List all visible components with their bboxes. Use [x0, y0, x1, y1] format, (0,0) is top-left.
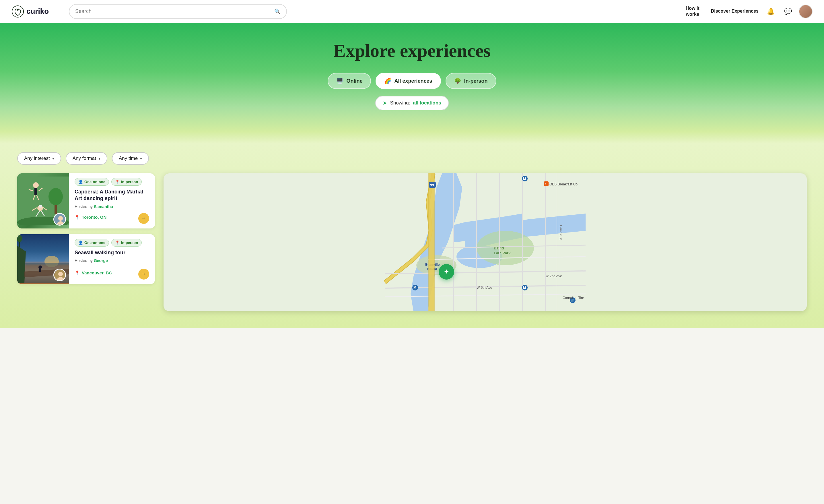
svg-text:Lam Park: Lam Park	[494, 251, 511, 255]
card-arrow-seawall[interactable]: →	[138, 269, 149, 280]
experience-card-capoeira[interactable]: 👤 One-on-one 📍 In-person Capoeria: A Dan…	[17, 173, 155, 228]
pin-icon-2: 📍	[115, 240, 120, 245]
nav-discover-experiences[interactable]: Discover Experiences	[711, 8, 758, 14]
tab-online-label: Online	[346, 78, 363, 84]
location-arrow-icon: ➤	[383, 100, 387, 106]
card-host-seawall: Hosted by George	[75, 258, 149, 263]
svg-rect-54	[429, 173, 434, 311]
card-title-capoeira: Capoeria: A Dancing Martial Art dancing …	[75, 189, 149, 202]
location-pin-icon-1: 📍	[75, 215, 80, 220]
svg-point-33	[477, 231, 534, 265]
svg-text:Canadian Tire: Canadian Tire	[562, 296, 584, 300]
map-container[interactable]: David Lam Park Granville Island	[164, 173, 807, 311]
location-pin-icon-2: 📍	[75, 270, 80, 276]
search-bar[interactable]: 🔍	[69, 4, 287, 19]
online-icon: 🖥️	[336, 78, 343, 84]
avatar-image	[799, 5, 812, 18]
card-body-capoeira: 👤 One-on-one 📍 In-person Capoeria: A Dan…	[69, 173, 155, 228]
notifications-button[interactable]: 🔔	[764, 5, 777, 18]
card-tags-seawall: 👤 One-on-one 📍 In-person	[75, 239, 149, 246]
pin-icon-1: 📍	[115, 180, 120, 184]
tag-in-person-1: 📍 In-person	[111, 178, 142, 186]
svg-point-6	[33, 182, 39, 188]
location-label: Showing:	[390, 100, 410, 106]
tab-all-label: All experiences	[394, 78, 432, 84]
svg-point-19	[58, 216, 63, 221]
chat-icon: 💬	[784, 8, 792, 15]
tab-in-person[interactable]: 🌳 In-person	[445, 73, 496, 89]
search-input[interactable]	[75, 8, 272, 14]
filter-interest[interactable]: Any interest ▾	[17, 152, 61, 165]
card-image-capoeira	[17, 173, 69, 228]
map-pin-icon: ✦	[443, 268, 449, 276]
chevron-down-icon-2: ▾	[98, 156, 100, 161]
svg-text:W 2nd Ave: W 2nd Ave	[545, 274, 562, 278]
bell-icon: 🔔	[767, 8, 775, 15]
card-location-seawall: 📍 Vancouver, BC	[75, 270, 112, 276]
svg-rect-7	[34, 188, 37, 195]
type-tabs: 🖥️ Online 🌈 All experiences 🌳 In-person	[11, 73, 813, 89]
navbar: curiko 🔍 How it works Discover Experienc…	[0, 0, 824, 23]
svg-text:M: M	[523, 177, 526, 181]
card-title-seawall: Seawall walking tour	[75, 249, 149, 256]
inperson-icon: 🌳	[454, 78, 461, 84]
svg-point-5	[48, 188, 63, 205]
logo-icon	[11, 5, 24, 18]
svg-point-26	[38, 266, 42, 269]
nav-links: How it works Discover Experiences	[686, 5, 758, 17]
host-avatar-card2	[54, 269, 66, 281]
svg-text:Cambie St: Cambie St	[559, 225, 562, 240]
tab-inperson-label: In-person	[464, 78, 488, 84]
messages-button[interactable]: 💬	[782, 5, 794, 18]
nav-icon-group: 🔔 💬	[764, 5, 813, 18]
svg-text:OEB Breakfast Co: OEB Breakfast Co	[549, 182, 578, 186]
map-column: David Lam Park Granville Island	[164, 173, 807, 311]
person-icon-2: 👤	[78, 240, 83, 245]
location-filter[interactable]: ➤ Showing: all locations	[375, 96, 448, 110]
card-location-capoeira: 📍 Toronto, ON	[75, 215, 106, 220]
svg-point-1	[17, 9, 19, 11]
main-content: Any interest ▾ Any format ▾ Any time ▾	[0, 143, 824, 328]
svg-text:W 6th Ave: W 6th Ave	[477, 286, 492, 290]
tag-one-on-one-1: 👤 One-on-one	[75, 178, 109, 186]
filter-format[interactable]: Any format ▾	[66, 152, 107, 165]
card-host-capoeira: Hosted by Samantha	[75, 204, 149, 209]
person-icon-1: 👤	[78, 180, 83, 184]
svg-rect-27	[39, 269, 41, 272]
logo-text: curiko	[26, 7, 49, 16]
chevron-down-icon: ▾	[52, 156, 54, 161]
cards-map-layout: 👤 One-on-one 📍 In-person Capoeria: A Dan…	[17, 173, 807, 311]
search-icon: 🔍	[274, 8, 281, 15]
svg-text:M: M	[413, 286, 416, 290]
map-svg: David Lam Park Granville Island	[164, 173, 807, 311]
card-body-seawall: 👤 One-on-one 📍 In-person Seawall walking…	[69, 234, 155, 284]
tag-in-person-2: 📍 In-person	[111, 239, 142, 246]
filter-time-label: Any time	[119, 156, 138, 161]
user-avatar[interactable]	[799, 5, 813, 18]
svg-text:M: M	[523, 286, 526, 290]
card-image-seawall	[17, 234, 69, 284]
tab-online[interactable]: 🖥️ Online	[328, 73, 371, 89]
svg-rect-13	[39, 205, 42, 207]
filter-interest-label: Any interest	[24, 156, 50, 161]
svg-point-29	[58, 272, 63, 276]
location-value: all locations	[413, 100, 441, 106]
hero-section: Explore experiences 🖥️ Online 🌈 All expe…	[0, 23, 824, 143]
card-arrow-capoeira[interactable]: →	[138, 213, 149, 224]
filter-time[interactable]: Any time ▾	[112, 152, 149, 165]
tab-all-experiences[interactable]: 🌈 All experiences	[376, 73, 441, 89]
svg-text:!: !	[545, 182, 546, 186]
all-icon: 🌈	[384, 78, 391, 84]
logo[interactable]: curiko	[11, 5, 58, 18]
cards-column: 👤 One-on-one 📍 In-person Capoeria: A Dan…	[17, 173, 155, 284]
tag-one-on-one-2: 👤 One-on-one	[75, 239, 109, 246]
filter-format-label: Any format	[73, 156, 96, 161]
map-pin-main[interactable]: ✦	[439, 264, 454, 280]
filter-row: Any interest ▾ Any format ▾ Any time ▾	[17, 152, 807, 165]
host-avatar-card1	[54, 213, 66, 226]
nav-how-it-works[interactable]: How it works	[686, 5, 700, 17]
card-tags-capoeira: 👤 One-on-one 📍 In-person	[75, 178, 149, 186]
svg-text:99: 99	[430, 183, 434, 187]
chevron-down-icon-3: ▾	[140, 156, 142, 161]
experience-card-seawall[interactable]: 👤 One-on-one 📍 In-person Seawall walking…	[17, 234, 155, 284]
